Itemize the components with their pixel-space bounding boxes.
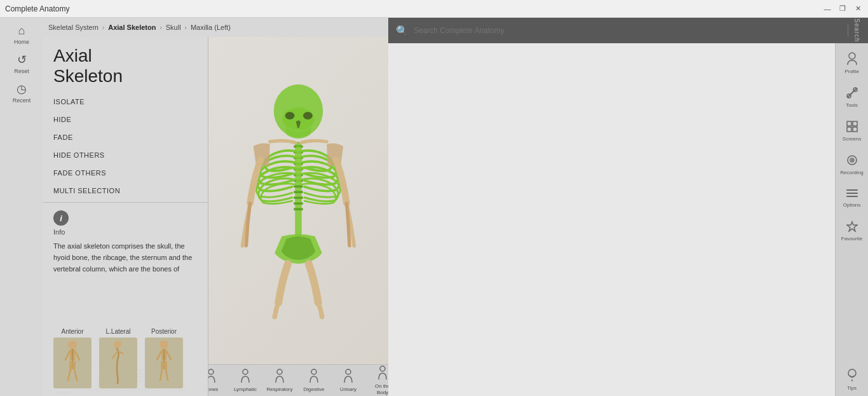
rs-options[interactable]: Options [836,182,868,214]
thumb-posterior[interactable]: Posterior [145,328,183,388]
nav-home-label: Home [14,39,29,45]
svg-rect-16 [161,361,167,369]
toolbar-respiratory-label: Respiratory [267,386,293,393]
svg-rect-34 [294,202,303,205]
rs-favourite[interactable]: Favourite [836,214,868,248]
recent-icon: ◷ [17,82,27,96]
toolbar-urinary[interactable]: Urinary [332,367,365,395]
breadcrumb-skeletal[interactable]: Skeletal System [48,24,98,31]
breadcrumb-maxilla[interactable]: Maxilla (Left) [191,24,231,31]
thumb-llateral-img [99,338,137,388]
svg-point-69 [848,369,856,377]
svg-point-52 [311,369,316,374]
lymphatic-icon [239,369,252,385]
rs-screens[interactable]: Screens [836,114,868,148]
toolbar-on-body-label: On the Body [369,383,388,395]
skeleton-svg [208,45,388,357]
menu-hide[interactable]: HIDE [43,111,208,128]
nav-reset[interactable]: ↺ Reset [0,49,43,78]
nav-reset-label: Reset [14,68,29,74]
thumb-anterior-img [53,338,92,388]
svg-rect-63 [853,127,857,132]
menu-fade-others[interactable]: FADE OTHERS [43,164,208,182]
thumb-anterior[interactable]: Anterior [53,328,92,388]
screens-icon [846,121,858,135]
svg-point-65 [850,158,855,163]
tips-icon [846,369,858,384]
rs-recording[interactable]: Recording [836,148,868,182]
panel-title: Axial Skeleton [53,46,198,86]
info-panel: Axial Skeleton ISOLATE HIDE FADE HIDE OT… [43,37,208,396]
svg-rect-36 [295,146,301,184]
menu-isolate[interactable]: ISOLATE [43,93,208,111]
maximize-button[interactable]: ❐ [837,4,848,14]
svg-point-53 [346,369,351,374]
toolbar-digestive[interactable]: Digestive [297,367,330,395]
profile-icon [846,52,858,67]
titlebar: Complete Anatomy — ❐ ✕ [0,0,868,18]
panel-title-section: Axial Skeleton [43,37,208,90]
svg-line-9 [112,351,118,358]
menu-hide-others[interactable]: HIDE OTHERS [43,146,208,164]
search-bar: 🔍 Search [388,18,868,43]
options-icon [846,188,858,201]
close-button[interactable]: ✕ [853,4,863,14]
context-menu: ISOLATE HIDE FADE HIDE OTHERS FADE OTHER… [43,90,208,203]
info-section: i Info The axial skeleton comprises the … [43,203,208,323]
home-icon: ⌂ [18,24,25,38]
rs-recording-label: Recording [840,170,863,175]
app-body: ⌂ Home ↺ Reset ◷ Recent Skeletal System … [0,18,868,396]
svg-line-15 [166,351,171,360]
recording-icon [846,154,858,168]
urinary-icon [342,369,355,385]
svg-point-49 [208,369,214,374]
svg-rect-61 [853,121,857,126]
skeleton-3d-viewer[interactable] [208,37,388,364]
svg-point-54 [380,366,385,371]
search-input[interactable] [414,26,843,35]
toolbar-respiratory[interactable]: Respiratory [263,367,296,395]
menu-multi-selection[interactable]: MULTI SELECTION [43,182,208,200]
svg-line-17 [160,369,162,380]
svg-point-22 [303,111,313,119]
thumb-anterior-label: Anterior [61,328,83,335]
svg-point-51 [277,369,282,374]
digestive-icon [308,369,320,385]
breadcrumb: Skeletal System › Axial Skeleton › Skull… [43,18,388,37]
rs-tools[interactable]: Tools [836,81,868,114]
svg-point-56 [849,53,855,59]
rs-tips[interactable]: Tips [836,362,868,396]
rs-profile[interactable]: Profile [836,46,868,81]
svg-point-50 [243,369,248,374]
nav-home[interactable]: ⌂ Home [0,20,43,49]
menu-fade[interactable]: FADE [43,128,208,146]
main-content: Skeletal System › Axial Skeleton › Skull… [43,18,388,396]
right-content [388,43,868,396]
rs-profile-label: Profile [844,69,859,74]
search-button[interactable]: Search [853,18,860,43]
svg-point-21 [285,111,295,119]
favourite-icon [846,221,858,235]
info-label: Info [53,228,198,236]
toolbar-lymphatic[interactable]: Lymphatic [229,367,262,395]
thumb-llateral[interactable]: L.Lateral [99,328,137,388]
posterior-skel-svg [154,341,173,385]
rs-options-label: Options [843,202,861,208]
toolbar-on-body[interactable]: On the Body [366,367,388,395]
thumb-posterior-label: Posterior [151,328,177,335]
thumb-llateral-label: L.Lateral [106,328,131,335]
on-body-icon [376,365,388,382]
minimize-button[interactable]: — [822,4,832,14]
svg-point-8 [114,341,121,348]
rs-screens-label: Screens [843,136,861,142]
svg-rect-33 [294,196,303,199]
breadcrumb-axial[interactable]: Axial Skeleton [108,24,156,31]
breadcrumb-skull[interactable]: Skull [166,24,181,31]
rs-tools-label: Tools [846,102,858,108]
search-icon: 🔍 [396,25,409,37]
svg-rect-60 [847,121,851,126]
rs-favourite-label: Favourite [841,236,862,242]
svg-point-11 [159,341,168,349]
svg-point-0 [68,341,77,349]
nav-recent[interactable]: ◷ Recent [0,78,43,107]
